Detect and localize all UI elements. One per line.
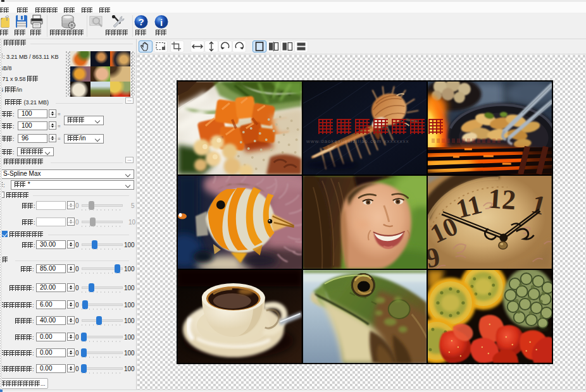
svg-text:12: 12 [487, 183, 517, 216]
svg-text:i: i [160, 17, 163, 28]
svg-text:?: ? [138, 16, 144, 27]
